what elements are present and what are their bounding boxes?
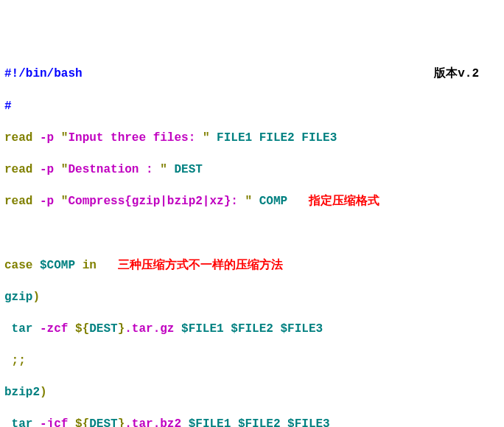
code-line-8: gzip) [4, 290, 500, 306]
code-line-2: # [4, 99, 500, 115]
version-label: 版本v.2 [434, 66, 479, 83]
code-line-12: tar -jcf ${DEST}.tar.bz2 $FILE1 $FILE2 $… [4, 417, 500, 427]
annotation-1: 指定压缩格式 [287, 195, 379, 208]
code-line-7: case $COMP in 三种压缩方式不一样的压缩方法 [4, 258, 500, 274]
shebang: #!/bin/bash [4, 67, 83, 80]
annotation-2: 三种压缩方式不一样的压缩方法 [97, 259, 283, 272]
comment-hash: # [4, 100, 12, 113]
code-line-1: #!/bin/bash版本v.2 [4, 66, 500, 83]
code-line-3: read -p "Input three files: " FILE1 FILE… [4, 131, 500, 147]
code-line-4: read -p "Destnation : " DEST [4, 162, 500, 178]
code-line-10: ;; [4, 353, 500, 369]
code-line-5: read -p "Compress{gzip|bzip2|xz}: " COMP… [4, 194, 500, 210]
blank-line [4, 226, 500, 242]
code-line-11: bzip2) [4, 385, 500, 401]
code-line-9: tar -zcf ${DEST}.tar.gz $FILE1 $FILE2 $F… [4, 322, 500, 338]
